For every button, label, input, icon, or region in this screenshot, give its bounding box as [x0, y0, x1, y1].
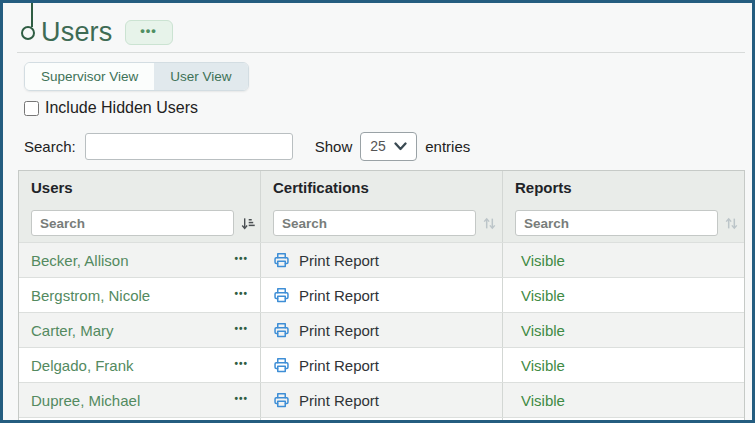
- view-tabs: Supervisor View User View: [24, 62, 249, 91]
- chevron-down-icon: [394, 142, 407, 151]
- user-name-link[interactable]: Bergstrom, Nicole: [31, 287, 150, 304]
- page-menu-button[interactable]: •••: [125, 20, 173, 45]
- printer-icon: [272, 356, 291, 374]
- users-page: Users ••• Supervisor View User View Incl…: [0, 0, 755, 423]
- reports-column-search-input[interactable]: [515, 210, 718, 236]
- users-column-search-input[interactable]: [31, 210, 234, 236]
- row-menu-button[interactable]: •••: [232, 252, 250, 266]
- print-report-button[interactable]: Print Report: [272, 251, 379, 269]
- user-name-link[interactable]: Dupree, Michael: [31, 392, 140, 409]
- user-name-link[interactable]: Delgado, Frank: [31, 357, 134, 374]
- print-report-button[interactable]: Print Report: [272, 321, 379, 339]
- printer-icon: [272, 391, 291, 409]
- divider: [17, 52, 745, 53]
- user-name-link[interactable]: Becker, Allison: [31, 252, 129, 269]
- search-label: Search:: [24, 138, 76, 155]
- report-visible-link[interactable]: Visible: [521, 287, 565, 304]
- print-report-label: Print Report: [299, 392, 379, 409]
- table-body: Becker, Allison ••• Print Report: [19, 242, 744, 423]
- table-filter-row: [19, 204, 744, 242]
- include-hidden-users-row: Include Hidden Users: [24, 99, 752, 117]
- print-report-label: Print Report: [299, 357, 379, 374]
- sort-amount-icon[interactable]: [240, 216, 255, 231]
- row-menu-button[interactable]: •••: [232, 392, 250, 406]
- show-label: Show: [315, 138, 353, 155]
- print-report-button[interactable]: Print Report: [272, 286, 379, 304]
- row-menu-button[interactable]: •••: [232, 287, 250, 301]
- certifications-column-search-input[interactable]: [273, 210, 476, 236]
- printer-icon: [272, 321, 291, 339]
- users-table: Users Certifications Reports: [18, 170, 745, 423]
- print-report-button[interactable]: Print Report: [272, 356, 379, 374]
- toolbar: Search: Show 25 entries: [24, 132, 752, 160]
- sort-arrows-icon[interactable]: [482, 216, 497, 231]
- page-title: Users: [41, 17, 113, 48]
- report-visible-link[interactable]: Visible: [521, 252, 565, 269]
- print-report-label: Print Report: [299, 287, 379, 304]
- entries-per-page-select[interactable]: 25: [360, 132, 417, 161]
- page-size-value: 25: [370, 138, 386, 154]
- tab-user-view[interactable]: User View: [154, 63, 247, 90]
- report-visible-link[interactable]: Visible: [521, 357, 565, 374]
- table-header-row: Users Certifications Reports: [19, 171, 744, 204]
- table-row: Dupree, Michael ••• Print Report: [19, 382, 744, 417]
- report-visible-link[interactable]: Visible: [521, 322, 565, 339]
- annotation-line-icon: [31, 3, 33, 27]
- print-report-button[interactable]: Print Report: [272, 391, 379, 409]
- annotation-circle-icon: [21, 26, 35, 40]
- print-report-label: Print Report: [299, 322, 379, 339]
- column-header-certifications[interactable]: Certifications: [260, 171, 502, 204]
- column-header-users[interactable]: Users: [19, 171, 260, 204]
- row-menu-button[interactable]: •••: [232, 357, 250, 371]
- report-visible-link[interactable]: Visible: [521, 392, 565, 409]
- entries-label: entries: [425, 138, 470, 155]
- sort-arrows-icon[interactable]: [724, 216, 739, 231]
- include-hidden-users-label: Include Hidden Users: [45, 99, 198, 117]
- include-hidden-users-checkbox[interactable]: [24, 101, 39, 116]
- page-header: Users •••: [41, 15, 752, 49]
- table-row: Becker, Allison ••• Print Report: [19, 242, 744, 277]
- user-name-link[interactable]: Carter, Mary: [31, 322, 114, 339]
- print-report-label: Print Report: [299, 252, 379, 269]
- printer-icon: [272, 251, 291, 269]
- ellipsis-icon: •••: [140, 24, 157, 37]
- column-header-reports[interactable]: Reports: [502, 171, 744, 204]
- global-search-input[interactable]: [85, 133, 293, 160]
- table-row: Delgado, Frank ••• Print Report: [19, 347, 744, 382]
- row-menu-button[interactable]: •••: [232, 322, 250, 336]
- table-row: Carter, Mary ••• Print Report: [19, 312, 744, 347]
- table-row: Bergstrom, Nicole ••• Print Report: [19, 277, 744, 312]
- printer-icon: [272, 286, 291, 304]
- table-row-partial: [19, 417, 744, 423]
- tab-supervisor-view[interactable]: Supervisor View: [25, 63, 154, 90]
